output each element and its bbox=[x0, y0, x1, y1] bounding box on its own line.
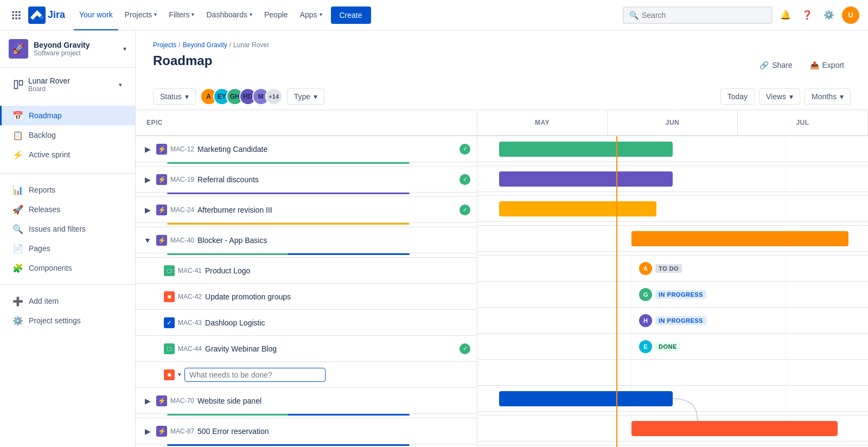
today-button[interactable]: Today bbox=[720, 88, 755, 105]
expand-icon[interactable]: ▶ bbox=[142, 144, 153, 155]
epic-row-mac19: ▶ ⚡ MAC-19 Referral discounts ✓ bbox=[136, 167, 477, 193]
sidebar-item-issues[interactable]: 🔍 Issues and filters bbox=[0, 219, 135, 239]
create-button[interactable]: Create bbox=[331, 7, 371, 24]
epic-type-icon: ⚡ bbox=[156, 144, 167, 155]
timeline-row-mac19 bbox=[477, 166, 868, 192]
nav-filters[interactable]: Filters ▾ bbox=[163, 0, 200, 30]
nav-items: Your work Projects ▾ Filters ▾ Dashboard… bbox=[74, 0, 618, 30]
avatar-more[interactable]: +14 bbox=[265, 88, 283, 105]
sprint-icon: ⚡ bbox=[12, 149, 23, 160]
search-input[interactable] bbox=[642, 11, 766, 20]
project-name: Beyond Gravity bbox=[34, 41, 118, 50]
user-avatar[interactable]: U bbox=[842, 7, 859, 24]
bar-mac70[interactable] bbox=[499, 391, 673, 406]
sidebar-item-backlog[interactable]: 📋 Backlog bbox=[0, 125, 135, 145]
expand-icon[interactable]: ▶ bbox=[142, 395, 153, 406]
reports-icon: 📊 bbox=[12, 184, 23, 195]
views-button[interactable]: Views ▾ bbox=[759, 88, 800, 105]
sidebar-item-roadmap[interactable]: 📅 Roadmap bbox=[0, 106, 135, 125]
month-cell-jul bbox=[786, 256, 868, 281]
expand-icon[interactable]: ▼ bbox=[142, 235, 153, 246]
board-selector[interactable]: Lunar Rover Board ▾ bbox=[9, 72, 126, 97]
sidebar-item-components[interactable]: 🧩 Components bbox=[0, 258, 135, 278]
epic-rows: ▶ ⚡ MAC-12 Marketing Candidate ✓ ▶ bbox=[136, 136, 477, 447]
timeline-row-mac24 bbox=[477, 196, 868, 222]
status-mac43: H IN PROGRESS bbox=[635, 312, 711, 329]
bar-mac19[interactable] bbox=[499, 171, 673, 187]
chevron-down-icon: ▾ bbox=[185, 92, 189, 101]
epic-cell-mac70: ▶ ⚡ MAC-70 Website side panel bbox=[136, 388, 477, 413]
sidebar-item-pages[interactable]: 📄 Pages bbox=[0, 239, 135, 258]
timeline-row-mac41: A TO DO bbox=[477, 256, 868, 282]
months-button[interactable]: Months ▾ bbox=[805, 88, 851, 105]
sidebar-item-active-sprint[interactable]: ⚡ Active sprint bbox=[0, 145, 135, 164]
nav-people[interactable]: People bbox=[259, 0, 293, 30]
month-jun: JUN bbox=[608, 110, 738, 135]
bar-mac12[interactable] bbox=[499, 142, 673, 157]
nav-your-work[interactable]: Your work bbox=[74, 0, 118, 30]
epic-row-mac24: ▶ ⚡ MAC-24 Afterburner revision III ✓ bbox=[136, 197, 477, 223]
month-cell-jul bbox=[786, 386, 868, 411]
svg-rect-4 bbox=[15, 14, 17, 16]
epic-row-mac41: □ MAC-41 Product Logo bbox=[136, 258, 477, 284]
timeline-column: MAY JUN JUL bbox=[477, 110, 868, 447]
grid-menu-icon[interactable] bbox=[9, 8, 24, 23]
epic-cell-mac19: ▶ ⚡ MAC-19 Referral discounts ✓ bbox=[136, 167, 477, 192]
page-actions: 🔗 Share 📤 Export bbox=[753, 58, 851, 73]
project-icon: 🚀 bbox=[9, 39, 28, 59]
story-icon: □ bbox=[164, 343, 175, 354]
topnav-right-section: 🔍 🔔 ❓ ⚙️ U bbox=[623, 7, 859, 24]
status-label-mac41: TO DO bbox=[655, 264, 682, 273]
board-section: Lunar Rover Board ▾ bbox=[0, 68, 135, 101]
export-button[interactable]: 📤 Export bbox=[803, 58, 851, 73]
notifications-button[interactable]: 🔔 bbox=[777, 7, 794, 24]
timeline-row-mac42: G IN PROGRESS bbox=[477, 282, 868, 308]
bar-mac24[interactable] bbox=[499, 201, 656, 216]
project-selector[interactable]: 🚀 Beyond Gravity Software project ▾ bbox=[0, 30, 135, 68]
nav-apps[interactable]: Apps ▾ bbox=[295, 0, 328, 30]
sidebar-item-project-settings[interactable]: ⚙️ Project settings bbox=[0, 311, 135, 330]
month-cell-may bbox=[477, 416, 631, 441]
jira-logo[interactable]: Jira bbox=[28, 7, 65, 24]
bug-icon: ■ bbox=[164, 291, 175, 302]
project-type: Software project bbox=[34, 49, 118, 57]
sidebar-bottom-items: ➕ Add item ⚙️ Project settings bbox=[0, 289, 135, 333]
what-needs-input[interactable] bbox=[184, 368, 326, 382]
breadcrumb-lunar-rover: Lunar Rover bbox=[233, 41, 269, 49]
chevron-down-icon: ▾ bbox=[840, 92, 844, 101]
search-box[interactable]: 🔍 bbox=[623, 7, 773, 24]
settings-button[interactable]: ⚙️ bbox=[820, 7, 838, 24]
what-needs-field[interactable] bbox=[189, 371, 321, 379]
epic-cell-mac24: ▶ ⚡ MAC-24 Afterburner revision III ✓ bbox=[136, 197, 477, 222]
sidebar-item-add[interactable]: ➕ Add item bbox=[0, 291, 135, 311]
status-filter-button[interactable]: Status ▾ bbox=[153, 88, 196, 105]
share-button[interactable]: 🔗 Share bbox=[753, 58, 799, 73]
expand-icon[interactable]: ▶ bbox=[142, 174, 153, 185]
nav-projects[interactable]: Projects ▾ bbox=[119, 0, 163, 30]
nav-dashboards[interactable]: Dashboards ▾ bbox=[201, 0, 258, 30]
epic-cell-mac42: ■ MAC-42 Update promotion groups bbox=[136, 284, 477, 309]
sidebar-item-releases[interactable]: 🚀 Releases bbox=[0, 200, 135, 219]
month-cell-jul bbox=[786, 196, 868, 221]
month-cell-may bbox=[477, 334, 631, 359]
bar-mac40[interactable] bbox=[631, 231, 848, 246]
epic-cell-mac43: ✓ MAC-43 Dashloop Logistic bbox=[136, 310, 477, 335]
chevron-down-icon: ▾ bbox=[192, 11, 194, 17]
month-cell-may bbox=[477, 226, 631, 251]
bar-mac87[interactable] bbox=[631, 421, 838, 436]
expand-icon[interactable]: ▶ bbox=[142, 205, 153, 215]
expand-icon[interactable]: ▶ bbox=[142, 426, 153, 437]
timeline-row-mac44: E DONE bbox=[477, 334, 868, 360]
breadcrumb-projects[interactable]: Projects bbox=[153, 41, 176, 49]
epic-cell-mac87: ▶ ⚡ MAC-87 500 Error reservation bbox=[136, 418, 477, 444]
underline-spacer bbox=[477, 252, 868, 256]
type-filter-button[interactable]: Type ▾ bbox=[287, 88, 324, 105]
epic-cell-mac41: □ MAC-41 Product Logo bbox=[136, 258, 477, 283]
epic-underline-mac40 bbox=[136, 253, 477, 258]
story-icon: □ bbox=[164, 265, 175, 276]
sidebar-item-reports[interactable]: 📊 Reports bbox=[0, 180, 135, 200]
epic-column: Epic ▶ ⚡ MAC-12 Marketing Candidate ✓ bbox=[136, 110, 477, 447]
logo-text: Jira bbox=[48, 9, 65, 21]
breadcrumb-beyond-gravity[interactable]: Beyond Gravity bbox=[183, 41, 227, 49]
help-button[interactable]: ❓ bbox=[799, 7, 816, 24]
